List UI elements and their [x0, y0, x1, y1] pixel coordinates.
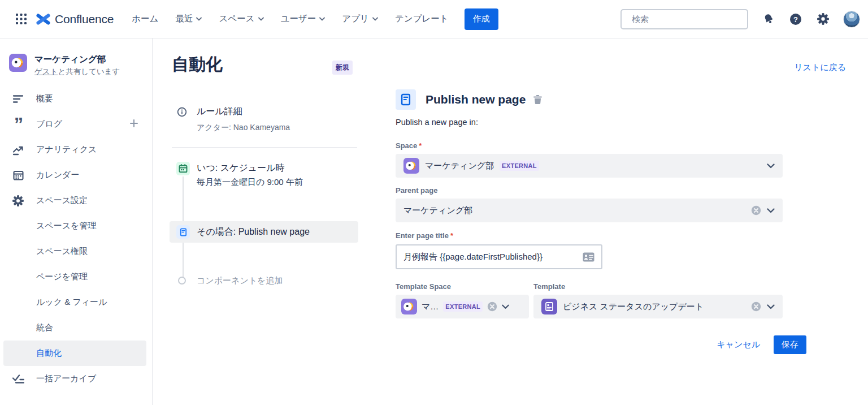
parent-page-field-label: Parent page: [396, 186, 783, 195]
step-add-component[interactable]: コンポーネントを追加: [170, 274, 358, 287]
template-space-field: Template Space マ… EXTERNAL: [396, 269, 529, 318]
nav-item-templates[interactable]: テンプレート: [395, 13, 449, 25]
sidebar-menu: 概要 ” ブログ アナリティクス カレンダー: [0, 86, 152, 391]
calendar-icon: [11, 169, 25, 182]
page-blue-icon: [176, 225, 190, 239]
delete-component-button[interactable]: [533, 94, 542, 105]
settings-button[interactable]: [816, 12, 830, 26]
step-trigger-subtitle: 毎月第一金曜日の 9:00 午前: [197, 177, 303, 188]
template-row: Template Space マ… EXTERNAL: [396, 269, 783, 318]
panel-description: Publish a new page in:: [396, 118, 806, 127]
step-trigger-text: いつ: スケジュール時 毎月第一金曜日の 9:00 午前: [197, 162, 303, 188]
page-title: 自動化: [172, 53, 223, 76]
rule-timeline: ルール詳細 アクター: Nao Kameyama いつ: スケジュール時 毎月第…: [170, 106, 358, 287]
chevron-down-icon: [258, 17, 264, 21]
top-navigation-bar: Confluence ホーム 最近 スペース ユーザー: [0, 0, 868, 38]
confluence-logo[interactable]: Confluence: [36, 12, 114, 26]
add-blog-icon[interactable]: [129, 119, 138, 130]
bell-icon: [763, 13, 775, 25]
space-name: マーケティング部: [34, 54, 120, 64]
sidebar-item-space-permissions[interactable]: スペース権限: [3, 239, 146, 264]
template-value: ビジネス ステータスのアップデート: [563, 301, 704, 312]
chevron-down-icon[interactable]: [767, 208, 775, 213]
step-action-publish[interactable]: その場合: Publish new page: [170, 221, 358, 243]
panel-fields: Space* マーケティング部 EXTERNAL: [396, 141, 783, 318]
sidebar-item-bulk-archive[interactable]: 一括アーカイブ: [3, 366, 146, 391]
info-icon: [177, 107, 187, 117]
sidebar-item-manage-space[interactable]: スペースを管理: [3, 213, 146, 239]
notifications-button[interactable]: [762, 12, 775, 26]
space-avatar-parrot-icon: [401, 299, 417, 314]
clear-icon[interactable]: [751, 301, 761, 312]
insert-variable-icon[interactable]: [583, 252, 594, 262]
space-header[interactable]: マーケティング部 ゲストと共有しています: [0, 38, 152, 77]
cancel-button[interactable]: キャンセル: [717, 339, 760, 350]
main-content: 自動化 新規 リストに戻る ルール詳細 アクター: Nao Kameyama: [153, 38, 868, 405]
space-select[interactable]: マーケティング部 EXTERNAL: [396, 154, 783, 178]
chevron-down-icon: [372, 17, 378, 21]
guest-link[interactable]: ゲスト: [34, 67, 58, 76]
chevron-down-icon[interactable]: [767, 304, 775, 309]
space-avatar-parrot-icon: [9, 54, 27, 72]
panel-header: Publish new page: [396, 89, 806, 110]
save-button[interactable]: 保存: [774, 335, 806, 354]
nav-item-people[interactable]: ユーザー: [281, 13, 326, 25]
sidebar-item-calendar[interactable]: カレンダー: [3, 162, 146, 188]
trash-icon: [533, 94, 542, 105]
new-badge: 新規: [332, 61, 353, 75]
space-header-text: マーケティング部 ゲストと共有しています: [34, 54, 120, 77]
rule-steps: いつ: スケジュール時 毎月第一金曜日の 9:00 午前 その場合: Publi…: [170, 162, 358, 287]
sidebar-item-automation[interactable]: 自動化: [3, 341, 146, 366]
nav-item-apps[interactable]: アプリ: [342, 13, 378, 25]
app-switcher-icon[interactable]: [14, 12, 28, 27]
chevron-down-icon[interactable]: [767, 163, 775, 169]
search-input[interactable]: [632, 14, 744, 24]
external-badge: EXTERNAL: [443, 301, 483, 312]
confluence-automation-screen: Confluence ホーム 最近 スペース ユーザー: [0, 0, 868, 405]
sidebar-item-manage-pages[interactable]: ページを管理: [3, 264, 146, 290]
clear-icon[interactable]: [487, 301, 497, 312]
help-button[interactable]: ?: [789, 12, 802, 26]
svg-text:?: ?: [793, 15, 798, 23]
sidebar-item-integrations[interactable]: 統合: [3, 315, 146, 341]
sidebar-item-space-settings[interactable]: スペース設定: [3, 188, 146, 213]
nav-item-recent[interactable]: 最近: [175, 13, 202, 25]
sidebar-item-look-and-feel[interactable]: ルック & フィール: [3, 290, 146, 315]
clear-icon[interactable]: [751, 205, 761, 216]
parent-page-value: マーケティング部: [403, 205, 472, 216]
template-space-select[interactable]: マ… EXTERNAL: [396, 295, 529, 318]
gear-icon: [817, 13, 829, 25]
parent-page-select[interactable]: マーケティング部: [396, 199, 783, 222]
space-field-label: Space*: [396, 141, 783, 150]
space-sidebar: マーケティング部 ゲストと共有しています 概要 ” ブログ: [0, 38, 153, 405]
page-title-input[interactable]: [403, 252, 578, 262]
panel-buttons: キャンセル 保存: [396, 335, 806, 354]
sidebar-item-analytics[interactable]: アナリティクス: [3, 137, 146, 162]
sidebar-item-blog[interactable]: ” ブログ: [3, 111, 146, 137]
sidebar-item-overview[interactable]: 概要: [3, 86, 146, 111]
timeline-divider: [172, 147, 357, 148]
space-shared-status: ゲストと共有しています: [34, 67, 120, 77]
template-select[interactable]: ビジネス ステータスのアップデート: [533, 295, 783, 318]
calendar-green-icon: [176, 162, 190, 175]
search-box[interactable]: [620, 9, 748, 29]
template-icon: [541, 299, 557, 314]
back-to-list-link[interactable]: リストに戻る: [794, 62, 846, 73]
rule-details-header[interactable]: ルール詳細: [170, 106, 358, 118]
nav-item-spaces[interactable]: スペース: [219, 13, 263, 25]
template-space-value: マ…: [422, 301, 439, 312]
confluence-logo-icon: [36, 14, 50, 25]
empty-circle-icon: [178, 277, 186, 285]
bulk-archive-icon: [11, 372, 25, 386]
create-button[interactable]: 作成: [465, 8, 498, 30]
user-avatar[interactable]: [843, 11, 860, 28]
nav-item-home[interactable]: ホーム: [132, 13, 158, 25]
external-badge: EXTERNAL: [500, 161, 539, 171]
step-trigger-schedule[interactable]: いつ: スケジュール時 毎月第一金曜日の 9:00 午前: [170, 162, 358, 188]
space-settings-gear-icon: [11, 194, 25, 208]
step-trigger-title: いつ: スケジュール時: [197, 162, 303, 174]
page-blue-icon: [396, 89, 416, 110]
chevron-down-icon[interactable]: [502, 304, 509, 309]
step-add-component-label: コンポーネントを追加: [197, 274, 283, 287]
template-field: Template ビジネス ステータスのアップデート: [533, 269, 783, 318]
